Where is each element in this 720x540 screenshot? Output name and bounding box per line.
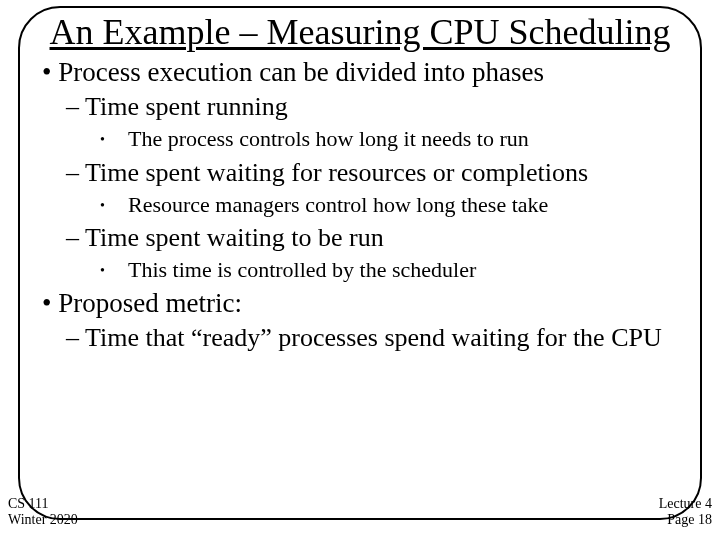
- bullet-text: Resource managers control how long these…: [128, 192, 684, 217]
- bullet-level2: Time spent waiting to be run: [66, 223, 688, 253]
- footer-right: Lecture 4 Page 18: [659, 496, 712, 528]
- bullet-level3: The process controls how long it needs t…: [100, 126, 688, 151]
- bullet-level1: Proposed metric:: [42, 288, 688, 319]
- bullet-text: Process execution can be divided into ph…: [58, 57, 544, 87]
- bullet-text: Time that “ready” processes spend waitin…: [85, 323, 662, 352]
- lecture-number: Lecture 4: [659, 496, 712, 512]
- bullet-text: This time is controlled by the scheduler: [128, 257, 684, 282]
- bullet-text: Time spent waiting for resources or comp…: [85, 158, 588, 187]
- slide-title: An Example – Measuring CPU Scheduling: [32, 12, 688, 53]
- bullet-dot-icon: [100, 257, 128, 282]
- bullet-level2: Time spent waiting for resources or comp…: [66, 158, 688, 188]
- bullet-level2: Time that “ready” processes spend waitin…: [66, 323, 688, 353]
- bullet-text: Time spent running: [85, 92, 288, 121]
- bullet-dot-icon: [100, 126, 128, 151]
- bullet-level3: Resource managers control how long these…: [100, 192, 688, 217]
- slide-content: An Example – Measuring CPU Scheduling Pr…: [18, 6, 702, 520]
- bullet-level1: Process execution can be divided into ph…: [42, 57, 688, 88]
- bullet-dot-icon: [100, 192, 128, 217]
- bullet-level3: This time is controlled by the scheduler: [100, 257, 688, 282]
- page-number: Page 18: [659, 512, 712, 528]
- slide: An Example – Measuring CPU Scheduling Pr…: [0, 0, 720, 540]
- course-code: CS 111: [8, 496, 78, 512]
- bullet-level2: Time spent running: [66, 92, 688, 122]
- bullet-text: Time spent waiting to be run: [85, 223, 384, 252]
- footer-left: CS 111 Winter 2020: [8, 496, 78, 528]
- term: Winter 2020: [8, 512, 78, 528]
- bullet-text: The process controls how long it needs t…: [128, 126, 684, 151]
- bullet-text: Proposed metric:: [58, 288, 242, 318]
